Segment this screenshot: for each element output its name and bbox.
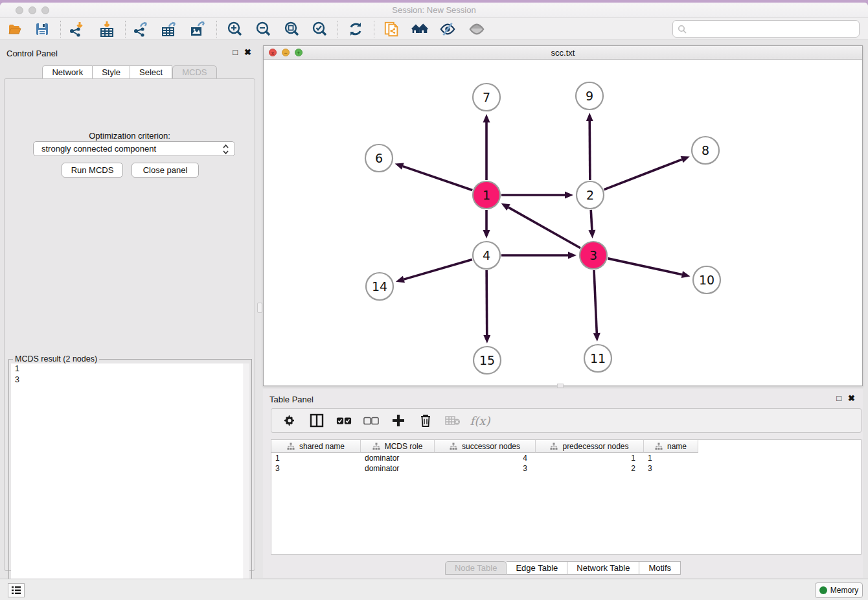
show-all-icon[interactable] (468, 21, 485, 38)
edge-1-6[interactable] (403, 167, 472, 190)
table-tabs: Node TableEdge TableNetwork TableMotifs (263, 561, 863, 575)
column-header-name[interactable]: name (644, 440, 698, 453)
export-image-icon[interactable] (189, 21, 206, 38)
export-network-icon[interactable] (133, 21, 150, 38)
split-divider-handle[interactable] (257, 303, 262, 313)
table-tab-node-table[interactable]: Node Table (445, 561, 507, 575)
node-label-9: 9 (586, 89, 593, 103)
hide-selected-icon[interactable] (439, 21, 456, 38)
edge-3-10[interactable] (608, 259, 681, 275)
control-panel-close-icon[interactable]: ✖ (244, 47, 251, 57)
zoom-out-icon[interactable] (255, 21, 271, 38)
column-type-icon (450, 443, 457, 450)
arrowhead-1-7 (483, 114, 490, 122)
column-header-predecessor-nodes[interactable]: predecessor nodes (536, 440, 644, 453)
column-header-successor-nodes[interactable]: successor nodes (435, 440, 536, 453)
table-row[interactable]: 3dominator323 (271, 463, 861, 474)
export-table-icon[interactable] (161, 21, 177, 38)
column-type-icon (655, 443, 663, 450)
deselect-all-rows-icon[interactable] (363, 413, 379, 428)
control-panel-tabs: NetworkStyleSelectMCDS (0, 65, 259, 79)
edge-3-1[interactable] (508, 207, 580, 248)
column-header-shared-name[interactable]: shared name (271, 440, 361, 453)
control-tab-style[interactable]: Style (93, 65, 130, 79)
open-session-icon[interactable] (6, 21, 23, 38)
run-mcds-button[interactable]: Run MCDS (62, 163, 123, 178)
search-icon (678, 25, 687, 34)
memory-button[interactable]: Memory (815, 583, 863, 598)
arrowhead-1-2 (565, 192, 573, 199)
edge-3-11[interactable] (594, 270, 597, 333)
column-type-icon (550, 443, 558, 450)
cell-name: 1 (644, 453, 698, 463)
network-canvas[interactable]: 7968124314101511 (264, 60, 862, 386)
show-columns-icon[interactable] (309, 413, 325, 428)
control-tab-network[interactable]: Network (42, 65, 93, 79)
table-toolbar: f(x) (271, 408, 862, 433)
mcds-result-line: 1 (11, 363, 249, 375)
edge-2-8[interactable] (604, 159, 681, 190)
table-header-row: shared nameMCDS rolesuccessor nodesprede… (271, 440, 861, 453)
column-header-MCDS-role[interactable]: MCDS role (361, 440, 435, 453)
arrowhead-4-3 (568, 252, 577, 259)
control-panel: Control Panel □ ✖ NetworkStyleSelectMCDS… (0, 43, 259, 573)
clone-network-icon[interactable] (383, 21, 400, 38)
apply-layout-icon[interactable] (347, 21, 364, 38)
network-window-titlebar[interactable]: x − + scc.txt (264, 46, 862, 60)
status-bar: Memory (0, 579, 868, 600)
delete-table-icon (445, 413, 461, 428)
network-window-title: scc.txt (264, 48, 862, 58)
first-neighbors-icon[interactable] (411, 21, 428, 38)
edge-2-9[interactable] (589, 121, 590, 180)
search-input[interactable] (672, 20, 860, 38)
toolbar-separator (374, 21, 374, 38)
table-panel-float-icon[interactable]: □ (836, 393, 841, 403)
table-row[interactable]: 1dominator411 (271, 453, 861, 463)
zoom-fit-icon[interactable] (283, 21, 300, 38)
optimization-criterion-dropdown[interactable]: strongly connected component (33, 141, 235, 156)
node-label-2: 2 (586, 188, 594, 202)
memory-label: Memory (830, 586, 858, 595)
close-panel-button[interactable]: Close panel (131, 163, 199, 178)
delete-column-icon[interactable] (418, 413, 433, 428)
zoom-selected-icon[interactable] (311, 21, 328, 38)
window-titlebar: Session: New Session (0, 3, 868, 18)
import-table-icon[interactable] (98, 21, 115, 38)
control-tab-mcds[interactable]: MCDS (172, 65, 216, 79)
horizontal-split-handle[interactable] (557, 384, 564, 388)
memory-status-icon (819, 586, 827, 594)
add-column-icon[interactable] (391, 413, 406, 428)
cell-shared-name: 3 (271, 463, 361, 474)
edge-4-14[interactable] (404, 259, 472, 279)
dropdown-value: strongly connected component (41, 144, 156, 154)
node-label-10: 10 (699, 273, 714, 287)
select-all-rows-icon[interactable] (336, 413, 352, 428)
table-tab-network-table[interactable]: Network Table (567, 561, 639, 575)
import-network-icon[interactable] (69, 21, 86, 38)
function-builder-icon: f(x) (472, 413, 488, 428)
network-graph[interactable]: 7968124314101511 (264, 60, 862, 386)
arrowhead-3-11 (593, 333, 600, 341)
table-options-icon[interactable] (282, 413, 297, 428)
mcds-result-textarea[interactable]: 13 (11, 363, 249, 600)
table-tab-edge-table[interactable]: Edge Table (507, 561, 567, 575)
table-tab-motifs[interactable]: Motifs (639, 561, 681, 575)
window-title: Session: New Session (0, 5, 868, 15)
node-label-15: 15 (479, 353, 495, 367)
mcds-result-line: 3 (11, 375, 249, 386)
zoom-in-icon[interactable] (226, 21, 243, 38)
table-panel-close-icon[interactable]: ✖ (848, 393, 855, 403)
edge-4-15[interactable] (486, 270, 487, 335)
control-panel-float-icon[interactable]: □ (233, 47, 238, 57)
task-history-button[interactable] (8, 583, 25, 597)
control-panel-title: Control Panel (6, 49, 58, 58)
column-type-icon (372, 443, 380, 450)
node-label-8: 8 (702, 143, 709, 157)
node-label-3: 3 (589, 248, 597, 262)
control-tab-select[interactable]: Select (130, 65, 172, 79)
cell-predecessor-nodes: 2 (536, 463, 644, 474)
save-session-icon[interactable] (34, 21, 51, 38)
arrowhead-4-15 (483, 335, 490, 343)
result-scrollbar[interactable] (244, 363, 249, 600)
edge-2-3[interactable] (591, 210, 592, 230)
